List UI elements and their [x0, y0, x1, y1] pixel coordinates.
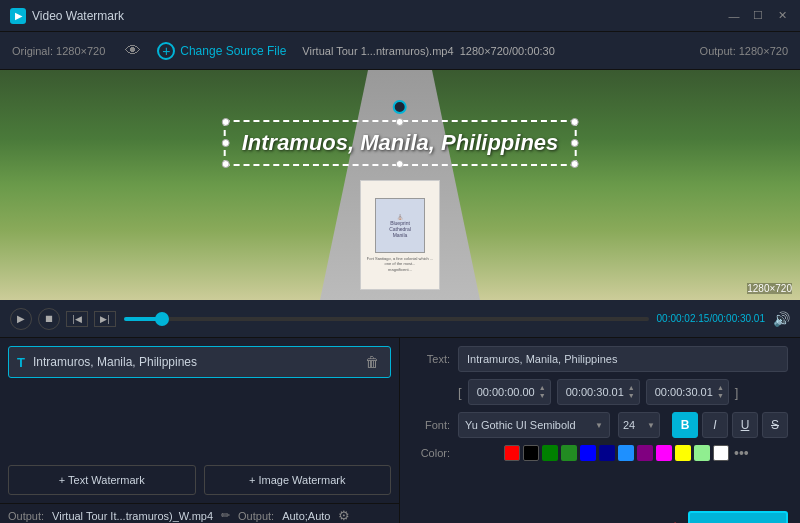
- time-duration-input[interactable]: 00:00:30.01 ▲▼: [646, 379, 729, 405]
- handle-br[interactable]: [570, 160, 578, 168]
- watermark-list: T Intramuros, Manila, Philippines 🗑: [0, 338, 399, 457]
- export-button[interactable]: Export: [688, 511, 788, 523]
- window-controls: — ☐ ✕: [726, 8, 790, 24]
- text-property-row: Text:: [412, 346, 788, 372]
- text-property-label: Text:: [412, 353, 450, 365]
- color-swatch-dark-blue[interactable]: [599, 445, 615, 461]
- close-button[interactable]: ✕: [774, 8, 790, 24]
- underline-button[interactable]: U: [732, 412, 758, 438]
- settings-icon[interactable]: ⚙: [338, 508, 350, 523]
- color-swatch-green[interactable]: [542, 445, 558, 461]
- export-area: ➜ Export: [412, 511, 788, 523]
- time-duration-spinner[interactable]: ▲▼: [717, 384, 724, 401]
- watermark-item-label: Intramuros, Manila, Philippines: [33, 355, 354, 369]
- add-buttons: + Text Watermark + Image Watermark: [0, 457, 399, 503]
- time-display: 00:00:02.15/00:00:30.01: [657, 313, 765, 324]
- font-size-dropdown[interactable]: 24 ▼: [618, 412, 660, 438]
- titlebar: ▶ Video Watermark — ☐ ✕: [0, 0, 800, 32]
- color-swatch-magenta[interactable]: [656, 445, 672, 461]
- color-swatch-blue[interactable]: [580, 445, 596, 461]
- output-row: Output: Virtual Tour It...tramuros)_W.mp…: [0, 503, 399, 523]
- bracket-left-icon: [: [458, 385, 462, 400]
- color-swatch-white[interactable]: [713, 445, 729, 461]
- time-start-spinner[interactable]: ▲▼: [539, 384, 546, 401]
- volume-icon[interactable]: 🔊: [773, 311, 790, 327]
- color-swatch-red[interactable]: [504, 445, 520, 461]
- file-name: Virtual Tour 1...ntramuros).mp4 1280×720…: [302, 45, 554, 57]
- play-button[interactable]: ▶: [10, 308, 32, 330]
- add-image-watermark-button[interactable]: + Image Watermark: [204, 465, 392, 495]
- text-style-buttons: B I U S: [672, 412, 788, 438]
- strikethrough-button[interactable]: S: [762, 412, 788, 438]
- text-type-icon: T: [17, 355, 25, 370]
- color-swatch-yellow[interactable]: [675, 445, 691, 461]
- output-filename: Virtual Tour It...tramuros)_W.mp4: [52, 510, 213, 522]
- handle-tr[interactable]: [570, 118, 578, 126]
- topbar: Original: 1280×720 👁 + Change Source Fil…: [0, 32, 800, 70]
- color-swatch-dodger-blue[interactable]: [618, 445, 634, 461]
- export-arrow-icon: ➜: [664, 515, 682, 523]
- timestamp-overlay: 1280×720: [747, 283, 792, 294]
- output-label: Output:: [8, 510, 44, 522]
- watermark-item[interactable]: T Intramuros, Manila, Philippines 🗑: [8, 346, 391, 378]
- output-info: Output: 1280×720: [700, 45, 788, 57]
- left-panel: T Intramuros, Manila, Philippines 🗑 + Te…: [0, 338, 400, 523]
- watermark-text-overlay[interactable]: Intramuos, Manila, Philippines: [224, 120, 577, 166]
- bottom-panel: T Intramuros, Manila, Philippines 🗑 + Te…: [0, 338, 800, 523]
- handle-bl[interactable]: [222, 160, 230, 168]
- color-swatch-green2[interactable]: [561, 445, 577, 461]
- rotate-handle[interactable]: [393, 100, 407, 114]
- output-right-label: Output:: [238, 510, 274, 522]
- color-swatches: •••: [504, 445, 749, 461]
- time-end-spinner[interactable]: ▲▼: [628, 384, 635, 401]
- prev-frame-button[interactable]: |◀: [66, 311, 88, 327]
- time-end-input[interactable]: 00:00:30.01 ▲▼: [557, 379, 640, 405]
- edit-filename-icon[interactable]: ✏: [221, 509, 230, 522]
- color-swatch-light-green[interactable]: [694, 445, 710, 461]
- maximize-button[interactable]: ☐: [750, 8, 766, 24]
- color-property-label: Color:: [412, 447, 450, 459]
- app-icon: ▶: [10, 8, 26, 24]
- color-swatch-purple[interactable]: [637, 445, 653, 461]
- font-property-label: Font:: [412, 419, 450, 431]
- size-dropdown-arrow: ▼: [647, 421, 655, 430]
- video-preview: ⛪BlueprintCathedralManila Fort Santiago,…: [0, 70, 800, 300]
- card-image: ⛪BlueprintCathedralManila Fort Santiago,…: [360, 180, 440, 290]
- handle-tl[interactable]: [222, 118, 230, 126]
- play-controls: ▶ ⏹ |◀ ▶|: [10, 308, 116, 330]
- time-start-input[interactable]: 00:00:00.00 ▲▼: [468, 379, 551, 405]
- playback-bar: ▶ ⏹ |◀ ▶| 00:00:02.15/00:00:30.01 🔊: [0, 300, 800, 338]
- stop-button[interactable]: ⏹: [38, 308, 60, 330]
- handle-bc[interactable]: [396, 160, 404, 168]
- handle-tc[interactable]: [396, 118, 404, 126]
- plus-circle-icon: +: [157, 42, 175, 60]
- font-property-row: Font: Yu Gothic UI Semibold ▼ 24 ▼ B I U…: [412, 412, 788, 438]
- original-label: Original: 1280×720: [12, 45, 105, 57]
- more-colors-button[interactable]: •••: [734, 445, 749, 461]
- right-panel: Text: [ 00:00:00.00 ▲▼ 00:00:30.01 ▲▼ 00…: [400, 338, 800, 523]
- progress-thumb[interactable]: [155, 312, 169, 326]
- font-dropdown-arrow: ▼: [595, 421, 603, 430]
- bold-button[interactable]: B: [672, 412, 698, 438]
- preview-icon[interactable]: 👁: [125, 42, 141, 60]
- app-title: Video Watermark: [32, 9, 726, 23]
- minimize-button[interactable]: —: [726, 8, 742, 24]
- progress-track[interactable]: [124, 317, 649, 321]
- color-swatch-black[interactable]: [523, 445, 539, 461]
- delete-watermark-button[interactable]: 🗑: [362, 352, 382, 372]
- add-text-watermark-button[interactable]: + Text Watermark: [8, 465, 196, 495]
- bracket-right-icon: ]: [735, 385, 739, 400]
- stamp-image: ⛪BlueprintCathedralManila: [375, 198, 425, 253]
- handle-rc[interactable]: [570, 139, 578, 147]
- text-input[interactable]: [458, 346, 788, 372]
- change-source-button[interactable]: + Change Source File: [157, 42, 286, 60]
- handle-lc[interactable]: [222, 139, 230, 147]
- italic-button[interactable]: I: [702, 412, 728, 438]
- font-select-dropdown[interactable]: Yu Gothic UI Semibold ▼: [458, 412, 610, 438]
- color-property-row: Color: •••: [412, 445, 788, 461]
- time-range-row: [ 00:00:00.00 ▲▼ 00:00:30.01 ▲▼ 00:00:30…: [458, 379, 788, 405]
- output-format: Auto;Auto: [282, 510, 330, 522]
- next-frame-button[interactable]: ▶|: [94, 311, 116, 327]
